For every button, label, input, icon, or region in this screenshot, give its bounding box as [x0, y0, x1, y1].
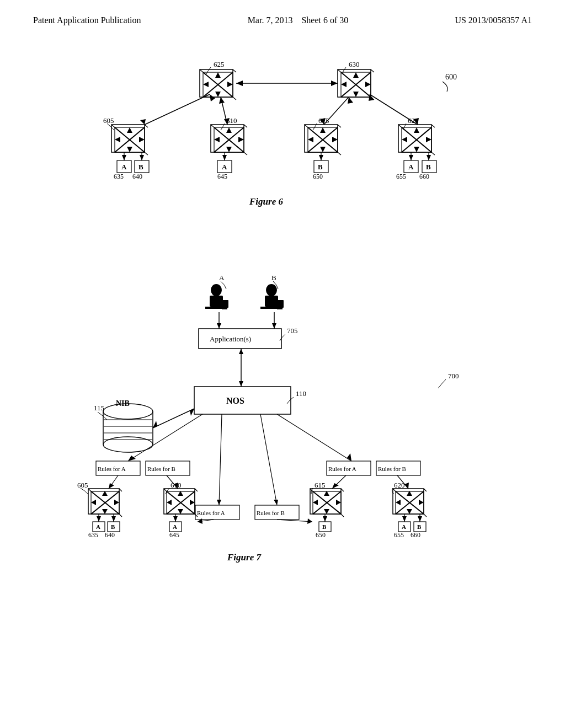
svg-marker-38 — [139, 137, 145, 142]
svg-marker-49 — [214, 137, 220, 142]
svg-marker-210 — [324, 509, 329, 514]
svg-rect-124 — [221, 300, 228, 308]
svg-marker-61 — [308, 137, 313, 142]
svg-marker-8 — [215, 72, 221, 78]
svg-line-32 — [145, 152, 148, 155]
svg-text:B: B — [271, 274, 276, 282]
figure7-svg: A B 700 — [56, 268, 509, 726]
svg-marker-177 — [274, 500, 278, 505]
svg-marker-35 — [127, 127, 132, 133]
svg-text:115: 115 — [94, 404, 104, 412]
svg-marker-157 — [153, 421, 157, 428]
svg-text:Figure 6: Figure 6 — [249, 196, 283, 207]
svg-marker-60 — [320, 147, 326, 152]
figure6: 600 625 — [67, 58, 498, 248]
svg-line-16 — [371, 69, 374, 72]
svg-line-168 — [277, 414, 351, 461]
svg-text:655: 655 — [396, 173, 406, 180]
svg-marker-200 — [190, 500, 195, 505]
svg-marker-27 — [331, 81, 338, 86]
svg-marker-95 — [140, 155, 144, 160]
svg-marker-237 — [404, 483, 409, 489]
header-right: US 2013/0058357 A1 — [455, 15, 532, 25]
svg-text:Rules for A: Rules for A — [197, 510, 225, 516]
svg-text:A: A — [222, 163, 227, 171]
svg-marker-62 — [332, 137, 338, 142]
svg-marker-156 — [190, 409, 194, 416]
svg-text:605: 605 — [103, 116, 114, 125]
svg-line-218 — [424, 514, 427, 517]
svg-text:B: B — [426, 163, 431, 171]
svg-line-174 — [219, 414, 222, 505]
svg-marker-36 — [127, 147, 132, 152]
svg-line-82 — [324, 97, 349, 125]
svg-text:B: B — [322, 523, 327, 530]
svg-text:660: 660 — [419, 173, 429, 180]
svg-marker-47 — [226, 127, 232, 133]
svg-marker-73 — [402, 137, 407, 142]
svg-text:Application(s): Application(s) — [210, 335, 251, 343]
svg-text:B: B — [111, 523, 115, 530]
svg-text:NIB: NIB — [116, 399, 130, 408]
svg-marker-72 — [414, 147, 419, 152]
svg-marker-50 — [238, 137, 244, 142]
svg-marker-243 — [97, 516, 101, 522]
svg-line-176 — [260, 414, 277, 505]
svg-line-43 — [244, 125, 247, 127]
svg-marker-187 — [91, 500, 96, 505]
svg-marker-136 — [217, 323, 221, 329]
svg-marker-263 — [402, 516, 407, 522]
svg-marker-11 — [227, 82, 233, 87]
svg-text:A: A — [408, 163, 414, 171]
svg-line-206 — [341, 514, 344, 517]
svg-point-126 — [266, 284, 277, 296]
svg-line-5 — [233, 97, 236, 100]
svg-marker-227 — [109, 483, 114, 489]
svg-text:Rules for B: Rules for B — [378, 465, 406, 472]
svg-marker-199 — [167, 500, 172, 505]
svg-text:645: 645 — [169, 531, 179, 539]
svg-marker-93 — [122, 155, 126, 160]
svg-line-4 — [233, 69, 236, 72]
svg-text:A: A — [173, 523, 177, 530]
svg-text:NOS: NOS — [226, 396, 244, 405]
svg-marker-74 — [426, 137, 431, 142]
svg-marker-140 — [239, 349, 243, 354]
svg-rect-129 — [276, 300, 284, 308]
svg-marker-20 — [353, 72, 359, 78]
svg-marker-10 — [203, 82, 209, 87]
svg-marker-167 — [128, 456, 136, 461]
svg-line-76 — [145, 94, 210, 125]
svg-marker-198 — [178, 509, 183, 514]
svg-marker-138 — [272, 323, 276, 329]
svg-marker-233 — [307, 518, 312, 524]
svg-text:B: B — [318, 163, 323, 171]
svg-text:655: 655 — [394, 531, 404, 539]
svg-marker-22 — [341, 82, 347, 87]
svg-marker-26 — [236, 81, 243, 86]
svg-marker-141 — [239, 381, 243, 387]
svg-marker-245 — [111, 516, 116, 522]
svg-marker-251 — [173, 516, 178, 522]
svg-text:700: 700 — [448, 372, 459, 380]
svg-marker-188 — [114, 500, 119, 505]
svg-text:A: A — [121, 163, 127, 171]
svg-text:660: 660 — [411, 531, 420, 539]
svg-text:615: 615 — [315, 481, 326, 489]
svg-text:A: A — [219, 274, 225, 282]
svg-rect-125 — [222, 308, 227, 309]
svg-text:630: 630 — [349, 60, 360, 68]
svg-marker-37 — [115, 137, 120, 142]
svg-marker-235 — [332, 483, 339, 489]
svg-marker-211 — [313, 500, 318, 505]
figure7: A B 700 — [56, 268, 509, 728]
svg-line-56 — [338, 152, 341, 155]
svg-text:A: A — [402, 523, 406, 530]
svg-marker-113 — [409, 155, 413, 160]
svg-text:705: 705 — [287, 326, 298, 335]
svg-marker-224 — [419, 500, 424, 505]
svg-point-121 — [211, 284, 222, 296]
svg-line-67 — [431, 125, 435, 127]
svg-text:605: 605 — [77, 481, 88, 489]
svg-marker-23 — [365, 82, 371, 87]
